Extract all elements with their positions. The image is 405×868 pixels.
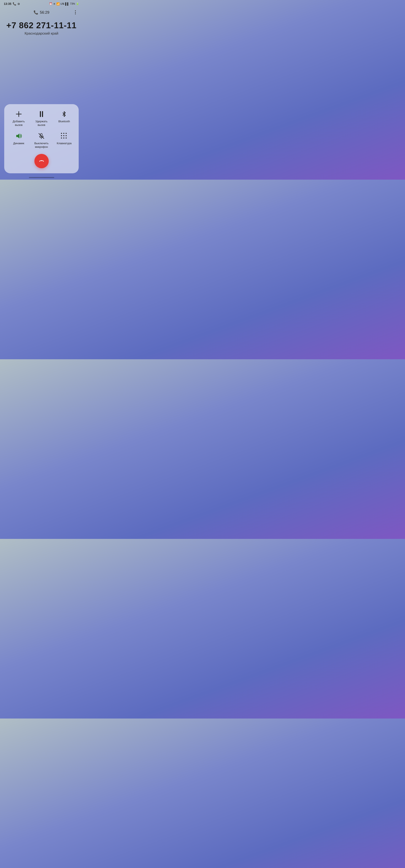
controls-grid: Добавитьвызов Удержатьвызов Bluetooth — [8, 110, 75, 149]
hold-call-label: Удержатьвызов — [35, 120, 48, 127]
mute-mic-icon — [38, 132, 45, 140]
phone-number: +7 862 271-11-11 — [0, 17, 83, 31]
keypad-button[interactable]: Клавиатура — [54, 132, 75, 149]
add-call-icon — [16, 110, 22, 118]
add-call-label: Добавитьвызов — [13, 120, 25, 127]
end-call-wrap — [8, 154, 75, 168]
battery-level: 73% — [70, 2, 75, 5]
wifi-icon: 📶 — [56, 2, 60, 5]
status-right: ⏰ ✳ 📶 LTE ▌▌ 73% 🔋 — [49, 2, 79, 5]
keypad-label: Клавиатура — [57, 142, 71, 145]
call-timer: 📞 56:29 — [33, 10, 49, 15]
svg-marker-2 — [16, 133, 20, 138]
more-options-button[interactable]: ⋮ — [73, 10, 78, 15]
end-call-button[interactable] — [34, 154, 49, 168]
hold-call-icon — [40, 110, 43, 118]
status-bar: 13:35 📞 ⊙ ⏰ ✳ 📶 LTE ▌▌ 73% 🔋 — [0, 0, 83, 7]
phone-region: Краснодарский край — [0, 31, 83, 38]
bluetooth-label: Bluetooth — [58, 120, 70, 123]
hold-call-button[interactable]: Удержатьвызов — [31, 110, 52, 127]
lte-icon: LTE — [61, 3, 64, 5]
mute-mic-button[interactable]: Выключитьмикрофон — [31, 132, 52, 149]
call-phone-icon: 📞 — [33, 10, 38, 15]
home-indicator — [29, 177, 54, 178]
speaker-icon — [15, 132, 22, 140]
status-time: 13:35 — [4, 2, 11, 5]
battery-icon: 🔋 — [76, 2, 79, 5]
signal-icon: ▌▌ — [65, 2, 69, 5]
clock-icon: ⊙ — [18, 2, 20, 5]
bluetooth-icon — [61, 110, 67, 118]
bluetooth-status-icon: ✳ — [53, 2, 56, 5]
controls-panel: Добавитьвызов Удержатьвызов Bluetooth — [4, 104, 79, 173]
phone-icon: 📞 — [13, 2, 16, 5]
mute-mic-label: Выключитьмикрофон — [34, 142, 49, 149]
add-call-button[interactable]: Добавитьвызов — [8, 110, 29, 127]
keypad-icon — [61, 132, 67, 140]
call-duration: 56:29 — [40, 10, 49, 15]
status-left: 13:35 📞 ⊙ — [4, 2, 20, 5]
speaker-button[interactable]: Динамик — [8, 132, 29, 149]
speaker-label: Динамик — [13, 142, 24, 145]
alarm-icon: ⏰ — [49, 2, 52, 5]
bluetooth-button[interactable]: Bluetooth — [54, 110, 75, 127]
call-header: 📞 56:29 ⋮ — [0, 7, 83, 17]
